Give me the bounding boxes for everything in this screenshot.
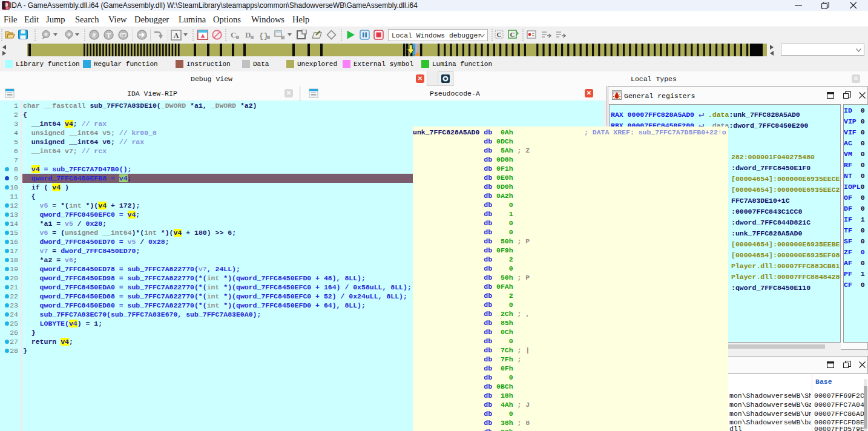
svg-text:{}: {} — [259, 32, 268, 41]
svg-text:C: C — [497, 31, 502, 38]
svg-text:T: T — [107, 32, 111, 39]
svg-text:xw: xw — [121, 33, 126, 37]
svg-text:D: D — [245, 30, 251, 39]
svg-text:C: C — [231, 30, 236, 39]
svg-text:A: A — [174, 31, 179, 40]
svg-text:#: # — [93, 31, 96, 39]
svg-text:C: C — [510, 31, 515, 38]
